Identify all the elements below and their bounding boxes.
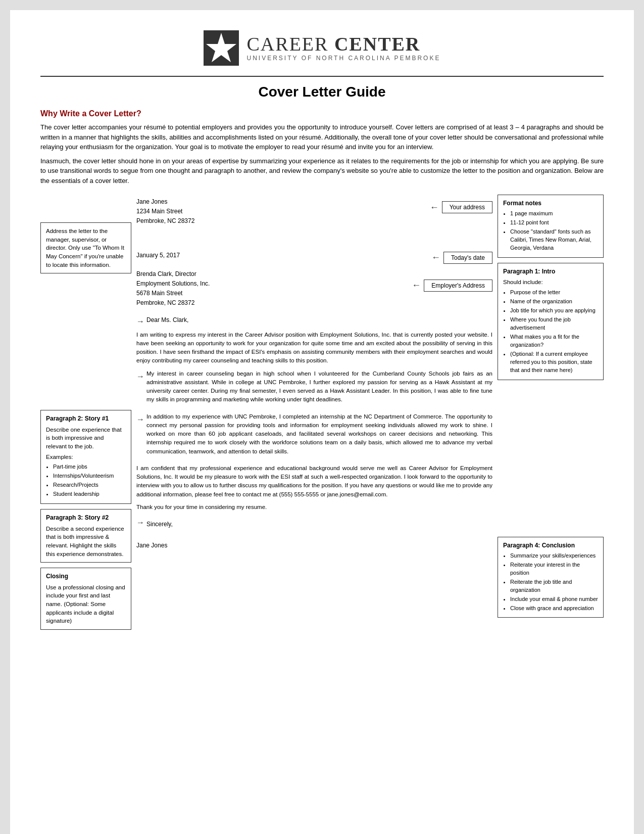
thank-you: Thank you for your time in considering m… bbox=[136, 503, 492, 512]
letter-body: I am writing to express my interest in t… bbox=[136, 331, 492, 550]
sender-address-block: Jane Jones 1234 Main Street Pembroke, NC… bbox=[136, 197, 492, 226]
address-note-text: Address the letter to the manager, super… bbox=[46, 228, 124, 268]
closing-box: Closing Use a professional closing and i… bbox=[40, 568, 131, 630]
conclusion-bullet-5: Close with grace and appreciation bbox=[510, 605, 598, 613]
para4-list: Summarize your skills/experiences Reiter… bbox=[503, 552, 598, 613]
bullet-research: Research/Projects bbox=[53, 481, 126, 489]
para3-box: Paragraph 3: Story #2 Describe a second … bbox=[40, 509, 131, 563]
para3-row: → In addition to my experience with UNC … bbox=[136, 412, 492, 460]
conclusion-bullet-4: Include your email & phone number bbox=[510, 595, 598, 604]
intro-bullet-5: What makes you a fit for the organizatio… bbox=[510, 333, 598, 349]
date-callout-row: ← Today's date bbox=[431, 252, 492, 264]
para1-intro-title: Paragraph 1: Intro bbox=[503, 267, 598, 276]
format-bullet-1: 1 page maximum bbox=[510, 210, 598, 218]
header-text-block: CAREER CENTER UNIVERSITY OF NORTH CAROLI… bbox=[247, 34, 441, 62]
career-word: CAREER bbox=[247, 33, 334, 55]
employer-arrow: ← bbox=[412, 280, 421, 291]
salutation-arrow: → bbox=[136, 317, 144, 326]
format-notes-box: Format notes 1 page maximum 11-12 point … bbox=[498, 195, 604, 258]
para2-bullets: Part-time jobs Internships/Volunteerism … bbox=[46, 463, 126, 498]
your-address-callout: Your address bbox=[442, 201, 492, 213]
closing-row: → Sincerely, bbox=[136, 516, 492, 529]
letter-para4: I am confident that my professional expe… bbox=[136, 464, 492, 499]
para2-box: Paragraph 2: Story #1 Describe one exper… bbox=[40, 410, 131, 504]
your-address-callout-row: ← Your address bbox=[430, 201, 492, 213]
header: CAREER CENTER UNIVERSITY OF NORTH CAROLI… bbox=[40, 30, 604, 66]
center-column: Jane Jones 1234 Main Street Pembroke, NC… bbox=[131, 195, 498, 635]
center-word: CENTER bbox=[334, 33, 420, 55]
para1-intro-list: Purpose of the letter Name of the organi… bbox=[503, 289, 598, 374]
conclusion-bullet-1: Summarize your skills/experiences bbox=[510, 552, 598, 560]
para2-row: → My interest in career counseling began… bbox=[136, 369, 492, 408]
employer-callout: Employer's Address bbox=[424, 280, 492, 292]
sender-name-sig: Jane Jones bbox=[136, 541, 492, 550]
para2-arrow: → bbox=[136, 370, 144, 383]
conclusion-bullet-3: Reiterate the job title and organization bbox=[510, 578, 598, 594]
org-subtitle: UNIVERSITY OF NORTH CAROLINA PEMBROKE bbox=[247, 55, 441, 62]
para1-intro-box: Paragraph 1: Intro Should include: Purpo… bbox=[498, 263, 604, 380]
intro-para1: The cover letter accompanies your résumé… bbox=[40, 122, 604, 152]
para3-title: Paragraph 3: Story #2 bbox=[46, 514, 126, 522]
page-title: Cover Letter Guide bbox=[40, 84, 604, 100]
format-notes-title: Format notes bbox=[503, 199, 598, 208]
salutation-text: Dear Ms. Clark, bbox=[146, 316, 188, 323]
date-block: January 5, 2017 ← Today's date bbox=[136, 251, 492, 260]
para4-title: Paragraph 4: Conclusion bbox=[503, 541, 598, 550]
para1-should-include: Should include: bbox=[503, 278, 598, 287]
intro-bullet-3: Job title for which you are applying bbox=[510, 307, 598, 315]
format-bullet-2: 11-12 point font bbox=[510, 219, 598, 227]
why-heading: Why Write a Cover Letter? bbox=[40, 109, 604, 118]
date-callout: Today's date bbox=[443, 252, 492, 264]
letter-para1: I am writing to express my interest in t… bbox=[136, 331, 492, 365]
para4-conclusion-box: Paragraph 4: Conclusion Summarize your s… bbox=[498, 537, 604, 618]
closing-title: Closing bbox=[46, 572, 126, 581]
employer-addr2: Pembroke, NC 28372 bbox=[136, 298, 492, 308]
bullet-student: Student leadership bbox=[53, 490, 126, 498]
format-notes-list: 1 page maximum 11-12 point font Choose "… bbox=[503, 210, 598, 252]
org-title: CAREER CENTER bbox=[247, 34, 441, 54]
para3-content: Describe a second experience that is bot… bbox=[46, 525, 126, 559]
format-bullet-3: Choose "standard" fonts such as Calibri,… bbox=[510, 228, 598, 252]
conclusion-bullet-2: Reiterate your interest in the position bbox=[510, 561, 598, 577]
closing-word: Sincerely, bbox=[146, 520, 173, 529]
intro-bullet-6: (Optional: If a current employee referre… bbox=[510, 350, 598, 375]
para2-examples-label: Examples: bbox=[46, 453, 126, 461]
letter-para3: In addition to my experience with UNC Pe… bbox=[146, 412, 492, 456]
employer-callout-row: ← Employer's Address bbox=[412, 280, 492, 292]
sender-sig: Jane Jones bbox=[136, 541, 492, 550]
closing-content: Use a professional closing and include y… bbox=[46, 583, 126, 625]
logo-icon bbox=[204, 30, 239, 66]
closing-arrow: → bbox=[136, 517, 144, 529]
intro-bullet-2: Name of the organization bbox=[510, 298, 598, 306]
para2-content: Describe one experience that is both imp… bbox=[46, 426, 126, 451]
header-divider bbox=[40, 76, 604, 77]
intro-bullet-4: Where you found the job advertisement bbox=[510, 316, 598, 332]
bullet-internships: Internships/Volunteerism bbox=[53, 472, 126, 480]
page: CAREER CENTER UNIVERSITY OF NORTH CAROLI… bbox=[10, 10, 634, 834]
para3-arrow: → bbox=[136, 413, 144, 426]
intro-bullet-1: Purpose of the letter bbox=[510, 289, 598, 297]
address-note-box: Address the letter to the manager, super… bbox=[40, 222, 131, 273]
sender-addr2: Pembroke, NC 28372 bbox=[136, 216, 492, 226]
employer-address-block: Brenda Clark, Director Employment Soluti… bbox=[136, 269, 492, 308]
left-column: Address the letter to the manager, super… bbox=[40, 195, 131, 635]
intro-para2: Inasmuch, the cover letter should hone i… bbox=[40, 156, 604, 186]
right-column: Format notes 1 page maximum 11-12 point … bbox=[498, 195, 604, 635]
date-arrow: ← bbox=[431, 252, 440, 263]
letter-para2: My interest in career counseling began i… bbox=[146, 369, 492, 404]
bullet-parttime: Part-time jobs bbox=[53, 463, 126, 471]
para2-title: Paragraph 2: Story #1 bbox=[46, 414, 126, 423]
your-address-arrow: ← bbox=[430, 202, 439, 213]
main-layout: Address the letter to the manager, super… bbox=[40, 195, 604, 635]
salutation-row: → Dear Ms. Clark, bbox=[136, 316, 492, 327]
employer-name: Brenda Clark, Director bbox=[136, 269, 492, 279]
